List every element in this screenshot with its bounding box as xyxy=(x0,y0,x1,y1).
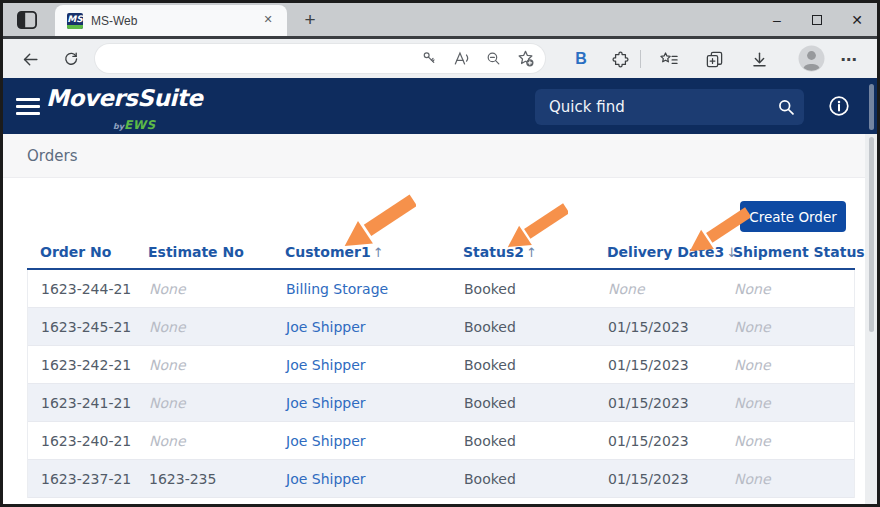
cell-status: Booked xyxy=(451,319,595,335)
cell-estimate-no: None xyxy=(136,395,273,411)
maximize-button[interactable] xyxy=(797,3,837,36)
cell-shipment-status: None xyxy=(721,281,854,297)
table-row[interactable]: 1623-245-21NoneJoe ShipperBooked01/15/20… xyxy=(28,308,854,346)
table-header: Order No Estimate No Customer1↑ Status2↑… xyxy=(27,236,855,270)
maximize-icon xyxy=(812,15,822,25)
scrollbar-thumb[interactable] xyxy=(869,137,874,332)
cell-status: Booked xyxy=(451,357,595,373)
cell-order-no: 1623-245-21 xyxy=(28,319,136,335)
favorites-icon[interactable] xyxy=(656,46,682,72)
browser-window: MS MS-Web ✕ + – ✕ xyxy=(0,0,880,507)
new-tab-button[interactable]: + xyxy=(297,7,323,33)
scrollbar-thumb-header[interactable] xyxy=(869,84,874,130)
page-title: Orders xyxy=(27,147,77,165)
browser-tab[interactable]: MS MS-Web ✕ xyxy=(55,5,287,36)
minimize-button[interactable]: – xyxy=(757,3,797,36)
address-input[interactable] xyxy=(95,51,417,66)
cell-customer[interactable]: Joe Shipper xyxy=(273,319,451,335)
cell-shipment-status: None xyxy=(721,471,854,487)
cell-shipment-status: None xyxy=(721,357,854,373)
cell-estimate-no: 1623-235 xyxy=(136,471,273,487)
download-icon[interactable] xyxy=(746,46,772,72)
column-header-shipment-status[interactable]: Shipment Status xyxy=(720,244,865,260)
cell-order-no: 1623-241-21 xyxy=(28,395,136,411)
cell-customer[interactable]: Joe Shipper xyxy=(273,395,451,411)
cell-status: Booked xyxy=(451,395,595,411)
cell-status: Booked xyxy=(451,471,595,487)
browser-toolbar: B ⋯ xyxy=(3,39,877,78)
profile-avatar[interactable] xyxy=(798,45,825,72)
cell-delivery-date: 01/15/2023 xyxy=(595,357,721,373)
cell-delivery-date: None xyxy=(595,281,721,297)
cell-delivery-date: 01/15/2023 xyxy=(595,395,721,411)
workspaces-icon[interactable] xyxy=(14,8,40,32)
close-window-button[interactable]: ✕ xyxy=(837,3,877,36)
app-header: MoversSuite byEWS xyxy=(3,78,877,134)
quick-find-input[interactable] xyxy=(535,98,768,116)
column-header-estimate-no[interactable]: Estimate No xyxy=(135,244,272,260)
cell-customer[interactable]: Joe Shipper xyxy=(273,433,451,449)
sort-asc-icon: ↑ xyxy=(526,245,537,260)
cell-customer[interactable]: Billing Storage xyxy=(273,281,451,297)
column-header-customer[interactable]: Customer1↑ xyxy=(272,244,450,260)
refresh-icon[interactable] xyxy=(58,46,84,72)
table-row[interactable]: 1623-241-21NoneJoe ShipperBooked01/15/20… xyxy=(28,384,854,422)
sort-asc-icon: ↑ xyxy=(373,245,384,260)
window-controls: – ✕ xyxy=(757,3,877,36)
cell-shipment-status: None xyxy=(721,319,854,335)
cell-delivery-date: 01/15/2023 xyxy=(595,471,721,487)
password-key-icon[interactable] xyxy=(417,47,441,71)
table-row[interactable]: 1623-244-21NoneBilling StorageBookedNone… xyxy=(28,270,854,308)
page-bar: Orders xyxy=(3,134,877,178)
cell-status: Booked xyxy=(451,281,595,297)
cell-estimate-no: None xyxy=(136,319,273,335)
tab-strip: MS MS-Web ✕ + – ✕ xyxy=(3,3,877,36)
cell-order-no: 1623-242-21 xyxy=(28,357,136,373)
cell-delivery-date: 01/15/2023 xyxy=(595,319,721,335)
column-header-status[interactable]: Status2↑ xyxy=(450,244,594,260)
tab-title: MS-Web xyxy=(91,14,137,28)
table-body: 1623-244-21NoneBilling StorageBookedNone… xyxy=(27,270,855,498)
toolbar-divider xyxy=(640,50,641,68)
table-row[interactable]: 1623-242-21NoneJoe ShipperBooked01/15/20… xyxy=(28,346,854,384)
quick-find-box[interactable] xyxy=(535,89,804,125)
orders-page: Create Order Order No Estimate No Custom… xyxy=(3,178,877,504)
zoom-out-icon[interactable] xyxy=(481,47,505,71)
more-menu-icon[interactable]: ⋯ xyxy=(836,46,862,72)
app-logo: MoversSuite xyxy=(46,85,202,111)
tab-close-icon[interactable]: ✕ xyxy=(259,12,277,30)
cell-shipment-status: None xyxy=(721,433,854,449)
cell-estimate-no: None xyxy=(136,433,273,449)
table-row[interactable]: 1623-240-21NoneJoe ShipperBooked01/15/20… xyxy=(28,422,854,460)
add-favorite-icon[interactable] xyxy=(513,47,537,71)
hamburger-menu-icon[interactable] xyxy=(16,98,40,115)
tab-favicon-icon: MS xyxy=(67,13,83,29)
app-logo-subtext: byEWS xyxy=(113,114,156,133)
cell-order-no: 1623-240-21 xyxy=(28,433,136,449)
address-bar[interactable] xyxy=(95,44,545,73)
cell-estimate-no: None xyxy=(136,357,273,373)
cell-status: Booked xyxy=(451,433,595,449)
create-order-button[interactable]: Create Order xyxy=(740,201,846,232)
info-icon[interactable] xyxy=(828,95,850,117)
cell-delivery-date: 01/15/2023 xyxy=(595,433,721,449)
read-aloud-icon[interactable] xyxy=(449,47,473,71)
collections-icon[interactable] xyxy=(701,46,727,72)
cell-order-no: 1623-244-21 xyxy=(28,281,136,297)
extensions-icon[interactable] xyxy=(607,46,633,72)
cell-customer[interactable]: Joe Shipper xyxy=(273,471,451,487)
table-row[interactable]: 1623-237-211623-235Joe ShipperBooked01/1… xyxy=(28,460,854,498)
search-icon[interactable] xyxy=(768,89,804,125)
cell-customer[interactable]: Joe Shipper xyxy=(273,357,451,373)
column-header-delivery-date[interactable]: Delivery Date3↓ xyxy=(594,244,720,260)
back-icon[interactable] xyxy=(17,46,43,72)
b-extension-icon[interactable]: B xyxy=(568,46,594,72)
cell-order-no: 1623-237-21 xyxy=(28,471,136,487)
column-header-order-no[interactable]: Order No xyxy=(27,244,135,260)
cell-estimate-no: None xyxy=(136,281,273,297)
cell-shipment-status: None xyxy=(721,395,854,411)
